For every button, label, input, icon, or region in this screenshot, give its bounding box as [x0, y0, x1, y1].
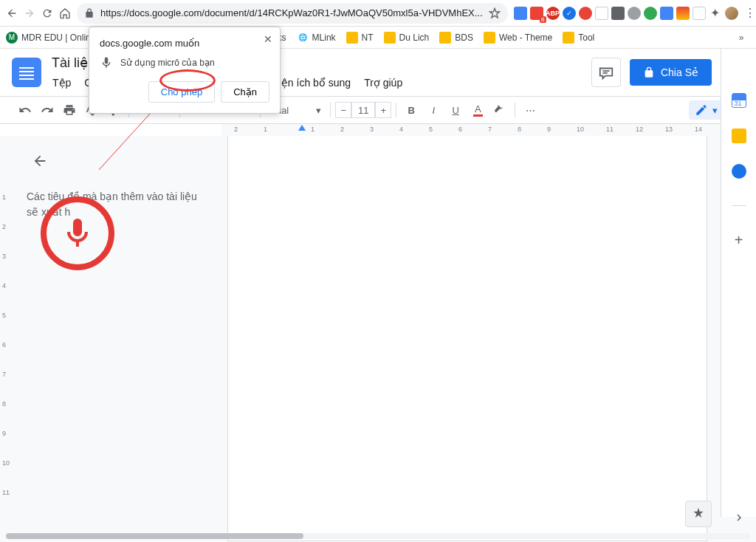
folder-icon — [484, 32, 495, 44]
extensions-menu-icon[interactable]: ✦ — [709, 7, 722, 20]
profile-avatar-icon[interactable] — [725, 7, 738, 20]
folder-icon — [563, 32, 574, 44]
divider — [732, 205, 746, 206]
star-icon[interactable] — [489, 7, 501, 19]
chevron-down-icon: ▾ — [712, 105, 718, 116]
voice-typing-button[interactable] — [41, 196, 114, 270]
block-button[interactable]: Chặn — [221, 81, 269, 103]
home-button[interactable] — [59, 4, 71, 22]
edit-mode-dropdown[interactable]: ▾ — [689, 100, 724, 120]
bookmark-icon: M — [6, 32, 18, 44]
work-area: 1234567891011 Các tiêu đề mà bạn thêm và… — [0, 136, 756, 542]
calendar-app-icon[interactable]: 31 — [732, 93, 746, 108]
redo-button[interactable] — [37, 100, 58, 120]
font-size-increase[interactable]: + — [375, 102, 391, 118]
lock-icon — [84, 8, 94, 18]
scrollbar-thumb[interactable] — [6, 533, 303, 539]
bold-button[interactable]: B — [401, 100, 422, 120]
lock-icon — [643, 66, 655, 78]
keep-app-icon[interactable] — [732, 128, 746, 143]
ext-icon[interactable] — [693, 7, 706, 20]
undo-button[interactable] — [15, 100, 35, 120]
document-canvas — [221, 136, 756, 542]
add-app-button[interactable]: + — [732, 233, 746, 247]
side-panel-toggle[interactable] — [732, 511, 746, 527]
permission-host: docs.google.com muốn — [100, 38, 269, 49]
horizontal-scrollbar[interactable] — [6, 533, 750, 539]
font-size-value[interactable]: 11 — [351, 102, 375, 118]
indent-marker-icon[interactable] — [298, 125, 306, 131]
ext-icon[interactable] — [644, 7, 657, 20]
permission-request-text: Sử dụng micrô của bạn — [120, 58, 215, 68]
bookmark-item[interactable]: NT — [346, 32, 374, 44]
text-color-button[interactable]: A — [467, 100, 488, 120]
url-bar[interactable]: https://docs.google.com/document/d/14RCK… — [77, 3, 508, 24]
ext-icon[interactable] — [611, 7, 625, 20]
reload-button[interactable] — [41, 4, 53, 22]
ext-icon[interactable] — [579, 7, 592, 20]
browser-nav-bar: https://docs.google.com/document/d/14RCK… — [0, 0, 756, 27]
side-panel: 31 + — [721, 49, 756, 517]
globe-icon: 🌐 — [297, 32, 309, 44]
folder-icon — [346, 32, 358, 44]
ext-icon[interactable]: ABP — [546, 7, 560, 20]
font-size-control: − 11 + — [335, 102, 391, 118]
forward-button[interactable] — [24, 4, 35, 22]
bookmark-item[interactable]: MMDR EDU | Online.. — [6, 32, 100, 44]
bookmark-item[interactable]: Web - Theme — [484, 32, 552, 44]
browser-menu-button[interactable]: ⋮ — [741, 4, 756, 22]
more-button[interactable]: ⋯ — [520, 100, 540, 120]
font-size-decrease[interactable]: − — [335, 102, 351, 118]
menu-file[interactable]: Tệp — [47, 74, 76, 92]
menu-help[interactable]: Trợ giúp — [359, 74, 408, 92]
highlight-button[interactable] — [489, 100, 510, 120]
ext-icon[interactable] — [628, 7, 641, 20]
vertical-ruler[interactable]: 1234567891011 — [0, 136, 12, 542]
explore-icon — [691, 507, 706, 521]
comment-icon — [598, 64, 614, 80]
print-button[interactable] — [59, 100, 80, 120]
bookmark-item[interactable]: 🌐MLink — [297, 32, 336, 44]
document-page[interactable] — [227, 136, 707, 541]
microphone-icon — [100, 56, 113, 69]
explore-button[interactable] — [685, 501, 712, 527]
outline-pane: Các tiêu đề mà bạn thêm vào tài liệu sẽ … — [12, 136, 221, 542]
permission-popup: ✕ docs.google.com muốn Sử dụng micrô của… — [89, 27, 281, 114]
folder-icon — [384, 32, 396, 44]
ext-icon[interactable] — [676, 7, 690, 20]
allow-button[interactable]: Cho phép — [148, 81, 215, 103]
tasks-app-icon[interactable] — [732, 164, 746, 179]
ext-icon[interactable] — [595, 7, 608, 20]
pencil-icon — [695, 103, 708, 117]
horizontal-ruler[interactable] — [221, 124, 756, 136]
url-text: https://docs.google.com/document/d/14RCK… — [100, 7, 483, 18]
chevron-down-icon: ▾ — [316, 105, 321, 116]
comment-history-button[interactable] — [591, 58, 621, 87]
extension-icons: 6 ABP ✓ ✦ ⋮ — [514, 4, 756, 22]
menu-addons[interactable]: Tiện ích bổ sung — [268, 74, 356, 92]
ext-icon[interactable] — [514, 7, 527, 20]
ext-icon[interactable] — [660, 7, 673, 20]
microphone-icon — [60, 216, 95, 251]
italic-button[interactable]: I — [423, 100, 444, 120]
back-button[interactable] — [6, 4, 18, 22]
bookmark-item[interactable]: BDS — [439, 32, 473, 44]
bookmarks-overflow[interactable]: » — [732, 29, 750, 47]
share-button[interactable]: Chia Sẻ — [630, 59, 712, 86]
outline-back-button[interactable] — [27, 148, 53, 174]
underline-button[interactable]: U — [445, 100, 466, 120]
ext-icon[interactable]: ✓ — [563, 7, 576, 20]
docs-logo-icon[interactable] — [12, 58, 41, 87]
folder-icon — [439, 32, 451, 44]
ext-icon[interactable]: 6 — [530, 7, 543, 20]
bookmark-item[interactable]: Tool — [563, 32, 594, 44]
close-button[interactable]: ✕ — [264, 33, 272, 45]
bookmark-item[interactable]: Du Lich — [384, 32, 430, 44]
